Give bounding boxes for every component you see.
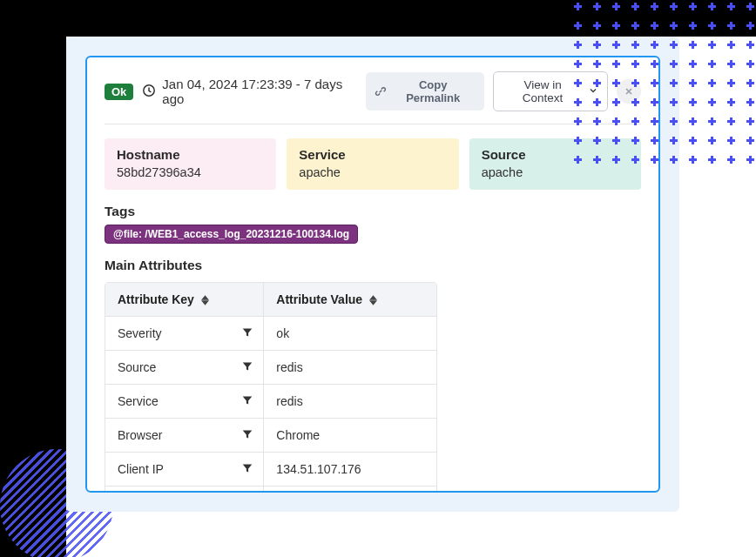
attr-key-cell: Source bbox=[105, 351, 264, 384]
table-row: DeviceiPhone bbox=[105, 486, 436, 493]
attr-key-cell: Device bbox=[105, 487, 264, 493]
hostname-value: 58bd27396a34 bbox=[117, 165, 264, 179]
attr-key-cell: Client IP bbox=[105, 453, 264, 486]
service-value: apache bbox=[299, 165, 446, 179]
table-row: Severityok bbox=[105, 316, 436, 350]
attributes-section: Main Attributes Attribute Key Attribute … bbox=[105, 258, 641, 493]
service-label: Service bbox=[299, 147, 446, 162]
hostname-label: Hostname bbox=[117, 147, 264, 162]
timestamp-text: Jan 04, 2024 17:23:39 - 7 days ago bbox=[162, 77, 365, 106]
attr-value-cell: redis bbox=[264, 351, 436, 384]
filter-icon[interactable] bbox=[242, 360, 253, 374]
filter-icon[interactable] bbox=[242, 394, 253, 408]
attr-value-cell: iPhone bbox=[264, 487, 436, 493]
decorative-grid bbox=[568, 0, 756, 169]
attributes-heading: Main Attributes bbox=[105, 258, 641, 273]
hostname-box: Hostname 58bd27396a34 bbox=[105, 138, 276, 190]
attr-value-cell: ok bbox=[264, 317, 436, 350]
service-box: Service apache bbox=[287, 138, 458, 190]
attributes-table: Attribute Key Attribute Value bbox=[105, 282, 437, 493]
attr-key-cell: Service bbox=[105, 385, 264, 418]
tag-chip[interactable]: @file: /WEB1_access_log_20231216-100134.… bbox=[105, 225, 358, 244]
attributes-table-head: Attribute Key Attribute Value bbox=[105, 283, 436, 316]
attr-value-cell: redis bbox=[264, 385, 436, 418]
filter-icon[interactable] bbox=[242, 462, 253, 476]
tags-section: Tags @file: /WEB1_access_log_20231216-10… bbox=[105, 204, 641, 244]
clock-icon bbox=[142, 84, 156, 100]
attr-key-cell: Severity bbox=[105, 317, 264, 350]
tags-heading: Tags bbox=[105, 204, 641, 219]
panel-header: Ok Jan 04, 2024 17:23:39 - 7 days ago Co… bbox=[105, 71, 641, 124]
status-badge: Ok bbox=[105, 84, 133, 100]
table-row: Serviceredis bbox=[105, 384, 436, 418]
sort-icon bbox=[369, 295, 377, 305]
column-header-key[interactable]: Attribute Key bbox=[105, 283, 264, 316]
attr-key-cell: Browser bbox=[105, 419, 264, 452]
copy-permalink-button[interactable]: Copy Permalink bbox=[366, 72, 484, 111]
timestamp-row: Jan 04, 2024 17:23:39 - 7 days ago bbox=[142, 77, 365, 106]
table-row: Client IP134.51.107.176 bbox=[105, 452, 436, 486]
filter-icon[interactable] bbox=[242, 428, 253, 442]
sort-icon bbox=[201, 295, 209, 305]
table-row: BrowserChrome bbox=[105, 418, 436, 452]
table-row: Sourceredis bbox=[105, 350, 436, 384]
column-header-value[interactable]: Attribute Value bbox=[264, 283, 436, 316]
info-boxes-row: Hostname 58bd27396a34 Service apache Sou… bbox=[105, 138, 641, 190]
attr-value-cell: 134.51.107.176 bbox=[264, 453, 436, 486]
copy-permalink-label: Copy Permalink bbox=[391, 78, 476, 104]
link-icon bbox=[375, 85, 387, 97]
attr-value-cell: Chrome bbox=[264, 419, 436, 452]
filter-icon[interactable] bbox=[242, 326, 253, 340]
